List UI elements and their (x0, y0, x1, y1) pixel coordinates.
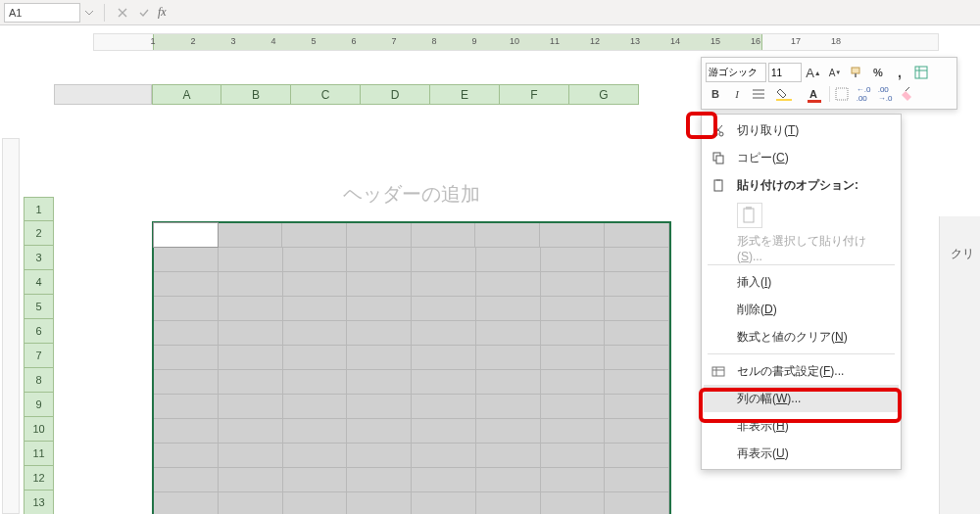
cell[interactable] (541, 444, 606, 468)
cell[interactable] (283, 468, 348, 492)
cell[interactable] (541, 419, 606, 444)
cell[interactable] (154, 444, 219, 468)
cell[interactable] (476, 321, 541, 346)
cell-grid[interactable] (152, 221, 671, 514)
row-header-11[interactable]: 11 (24, 442, 54, 466)
cell[interactable] (541, 468, 606, 492)
cell[interactable] (412, 223, 476, 248)
column-header-f[interactable]: F (500, 84, 569, 105)
row-header-8[interactable]: 8 (24, 368, 54, 393)
column-header-a[interactable]: A (152, 84, 221, 105)
cell[interactable] (605, 248, 669, 272)
cell[interactable] (219, 248, 283, 272)
cell[interactable] (412, 370, 476, 395)
cell[interactable] (347, 419, 412, 444)
cell[interactable] (476, 370, 541, 395)
cell[interactable] (154, 346, 219, 370)
cell[interactable] (219, 419, 283, 444)
cell[interactable] (347, 272, 412, 297)
cell[interactable] (283, 370, 348, 395)
border-icon[interactable] (832, 84, 852, 104)
cell[interactable] (154, 248, 219, 272)
cell[interactable] (541, 248, 606, 272)
paste-btn[interactable] (737, 203, 762, 228)
cell[interactable] (218, 223, 282, 248)
row-header-9[interactable]: 9 (24, 393, 54, 417)
row-header-13[interactable]: 13 (24, 491, 54, 514)
cell[interactable] (412, 419, 476, 444)
cell[interactable] (219, 297, 283, 321)
cell[interactable] (412, 492, 476, 514)
row-header-12[interactable]: 12 (24, 466, 54, 491)
increase-decimal-icon[interactable]: ←.0.00 (854, 84, 873, 104)
cell[interactable] (347, 297, 412, 321)
cell[interactable] (154, 297, 219, 321)
decrease-decimal-icon[interactable]: .00→.0 (875, 84, 895, 104)
cell[interactable] (282, 223, 347, 248)
row-header-7[interactable]: 7 (24, 344, 54, 368)
cell[interactable] (476, 346, 541, 370)
font-size-select[interactable] (768, 63, 802, 82)
cell[interactable] (476, 297, 541, 321)
cell[interactable] (412, 248, 476, 272)
cell[interactable] (541, 321, 606, 346)
cell[interactable] (283, 419, 348, 444)
column-header-d[interactable]: D (361, 84, 430, 105)
cell[interactable] (154, 492, 219, 514)
cell[interactable] (605, 297, 669, 321)
cell[interactable] (347, 346, 412, 370)
cell[interactable] (283, 248, 348, 272)
cell[interactable] (283, 346, 348, 370)
cell[interactable] (605, 223, 669, 248)
column-header-e[interactable]: E (430, 84, 500, 105)
cell[interactable] (219, 492, 283, 514)
name-box[interactable] (4, 3, 80, 23)
cell[interactable] (347, 370, 412, 395)
cell[interactable] (412, 468, 476, 492)
name-box-chevron-icon[interactable] (80, 4, 98, 22)
cell[interactable] (476, 468, 541, 492)
cell[interactable] (154, 419, 219, 444)
cell[interactable] (476, 272, 541, 297)
fill-color-icon[interactable] (770, 84, 798, 104)
percent-icon[interactable]: % (868, 63, 888, 82)
cell[interactable] (283, 297, 348, 321)
cell[interactable] (541, 492, 606, 514)
cell[interactable] (541, 395, 606, 419)
ctx-clear[interactable]: 数式と値のクリア(N) (704, 323, 899, 350)
cell[interactable] (476, 419, 541, 444)
cell[interactable] (605, 321, 669, 346)
font-name-select[interactable] (706, 63, 766, 82)
cell[interactable] (541, 272, 606, 297)
cell[interactable] (219, 370, 283, 395)
ctx-cut[interactable]: 切り取り(T) (704, 117, 899, 144)
cell[interactable] (605, 346, 669, 370)
cell[interactable] (154, 370, 219, 395)
column-header-b[interactable]: B (221, 84, 291, 105)
cell[interactable] (283, 492, 348, 514)
cell[interactable] (347, 395, 412, 419)
enter-icon[interactable] (134, 3, 154, 23)
bold-icon[interactable]: B (706, 84, 725, 104)
cell[interactable] (347, 492, 412, 514)
cell[interactable] (219, 321, 283, 346)
font-color-icon[interactable]: A (800, 84, 827, 104)
cell[interactable] (540, 223, 605, 248)
cell[interactable] (219, 346, 283, 370)
page-header-area[interactable]: ヘッダーの追加 (152, 167, 671, 221)
cell[interactable] (412, 444, 476, 468)
cancel-icon[interactable] (113, 3, 132, 23)
cell[interactable] (605, 395, 669, 419)
cell[interactable] (154, 468, 219, 492)
cell[interactable] (605, 492, 669, 514)
cell[interactable] (475, 223, 540, 248)
comma-icon[interactable]: , (890, 63, 909, 82)
increase-font-icon[interactable]: A▲ (804, 63, 823, 82)
cell[interactable] (412, 321, 476, 346)
cell[interactable] (219, 468, 283, 492)
cell[interactable] (347, 468, 412, 492)
row-header-4[interactable]: 4 (24, 270, 54, 295)
cell[interactable] (605, 444, 669, 468)
cell[interactable] (476, 492, 541, 514)
cell[interactable] (541, 297, 606, 321)
